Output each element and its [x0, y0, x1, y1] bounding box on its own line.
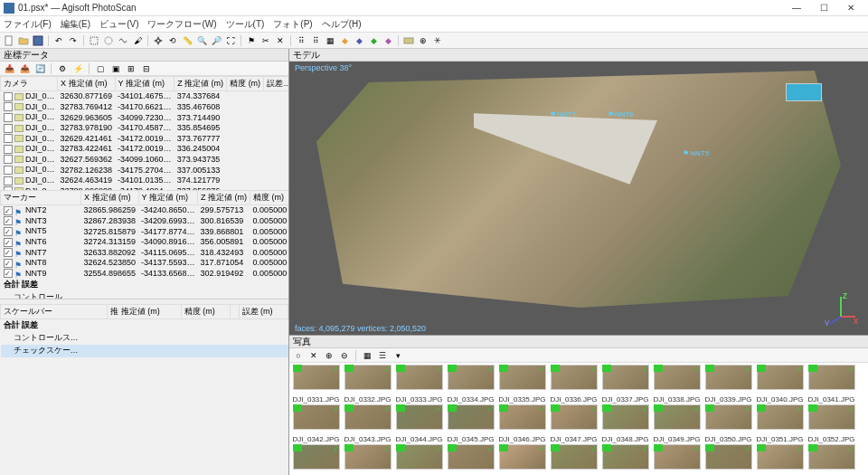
photo-disable-icon[interactable]: ⊖ — [338, 349, 351, 362]
col-header[interactable]: X 推定値 (m) — [58, 77, 116, 91]
photo-enable-icon[interactable]: ⊕ — [323, 349, 335, 362]
view3-icon[interactable]: ⊞ — [125, 62, 137, 75]
tex-icon[interactable]: ◆ — [382, 34, 394, 47]
shade-icon[interactable]: ◆ — [367, 34, 380, 47]
scalebar-table[interactable]: スケールバー推 推定値 (m)精度 (m)誤差 (m)合計 誤差コントロールス…… — [0, 304, 288, 475]
axis-icon[interactable]: ⚹ — [431, 34, 444, 47]
target-icon[interactable]: ⊕ — [417, 34, 429, 47]
export-icon[interactable]: 📤 — [18, 62, 31, 75]
photo-item[interactable]: ✓DJI_0355.JPG — [394, 444, 444, 475]
viewport-marker[interactable]: NNT5 — [683, 149, 709, 157]
photo-item[interactable]: ✓DJI_0360.JPG — [652, 444, 702, 475]
menu-ワークフロー(W)[interactable]: ワークフロー(W) — [147, 18, 216, 31]
photo-item[interactable]: ✓DJI_0359.JPG — [600, 444, 650, 475]
markers-table[interactable]: マーカーX 推定値 (m)Y 推定値 (m)Z 推定値 (m)精度 (m)誤差 … — [0, 190, 288, 299]
photo-item[interactable]: ✓DJI_0347.JPG — [549, 404, 599, 443]
photo-item[interactable]: ✓DJI_0354.JPG — [343, 444, 392, 475]
photo-item[interactable]: ✓DJI_0353.JPG — [291, 444, 341, 475]
delete-icon[interactable]: ✕ — [274, 34, 287, 47]
view2-icon[interactable]: ▣ — [109, 62, 122, 75]
wire-icon[interactable]: ◆ — [353, 34, 365, 47]
col-header[interactable]: 精度 (m) — [227, 77, 264, 91]
marker-icon[interactable]: ⚑ — [245, 34, 258, 47]
col-header[interactable]: Y 推定値 (m) — [115, 77, 175, 91]
viewport-marker[interactable]: NNT6 — [608, 110, 634, 119]
select-circle-icon[interactable] — [102, 34, 115, 47]
marker-row[interactable]: NNT732633.882092-34115.0695…318.4324930.… — [1, 247, 289, 258]
import-icon[interactable]: 📥 — [3, 62, 15, 75]
camera-row[interactable]: DJI_0…32629.963605-34099.7230…373.714490 — [1, 112, 289, 123]
col-header[interactable]: X 推定値 (m) — [81, 191, 139, 205]
photo-item[interactable]: ✓DJI_0342.JPG — [291, 404, 341, 443]
col-header[interactable]: 誤差… 推… — [264, 77, 288, 91]
photo-item[interactable]: ✓DJI_0335.JPG — [497, 365, 547, 404]
fit-icon[interactable]: ⛶ — [224, 34, 237, 47]
camera-row[interactable]: DJI_0…32630.877169-34101.4675…374.337684 — [1, 91, 289, 102]
dots2-icon[interactable]: ⠿ — [309, 34, 322, 47]
col-header[interactable]: スケールバー — [1, 305, 108, 319]
nav-icon[interactable] — [152, 34, 165, 47]
maximize-button[interactable]: ☐ — [810, 0, 837, 16]
photo-item[interactable]: ✓DJI_0361.JPG — [703, 444, 753, 475]
col-header[interactable]: 推 推定値 (m) — [108, 305, 182, 319]
undo-icon[interactable]: ↶ — [52, 34, 65, 47]
new-icon[interactable] — [3, 34, 15, 47]
rotate-icon[interactable]: ⟲ — [166, 34, 179, 47]
zoom-in-icon[interactable]: 🔍 — [195, 34, 208, 47]
paint-icon[interactable]: 🖌 — [131, 34, 144, 47]
photo-item[interactable]: ✓DJI_0349.JPG — [652, 404, 702, 443]
marker-row[interactable]: NNT232865.986259-34240.8650…299.5757130.… — [1, 205, 289, 216]
photo-item[interactable]: ✓DJI_0343.JPG — [343, 404, 392, 443]
solid-icon[interactable]: ◆ — [338, 34, 351, 47]
photo-item[interactable]: ✓DJI_0331.JPG — [291, 365, 341, 404]
col-header[interactable]: Z 推定値 (m) — [198, 191, 250, 205]
photo-item[interactable]: ✓DJI_0358.JPG — [549, 444, 599, 475]
ruler-icon[interactable]: 📏 — [181, 34, 193, 47]
photo-dropdown-icon[interactable]: ▾ — [392, 349, 404, 362]
photo-remove-icon[interactable]: ✕ — [307, 349, 320, 362]
check-row[interactable]: チェックスケー… — [1, 345, 288, 357]
axis-gizmo[interactable]: z x y — [823, 290, 859, 326]
camera-row[interactable]: DJI_0…32782.126238-34175.2704…337.005133 — [1, 165, 289, 176]
col-header[interactable]: Z 推定値 (m) — [175, 77, 227, 91]
select-rect-icon[interactable] — [88, 34, 100, 47]
grid-icon[interactable]: ▦ — [324, 34, 336, 47]
col-header[interactable]: 精度 (m) — [250, 191, 288, 205]
marker-row[interactable]: NNT532725.815879-34177.8774…339.8688010.… — [1, 226, 289, 237]
menu-ビュー(V)[interactable]: ビュー(V) — [99, 18, 138, 31]
photo-item[interactable]: ✓DJI_0344.JPG — [394, 404, 444, 443]
photo-item[interactable]: ✓DJI_0341.JPG — [807, 365, 856, 404]
photo-add-icon[interactable]: ○ — [292, 349, 305, 362]
camera-row[interactable]: DJI_0…32627.569362-34099.1060…373.943735 — [1, 154, 289, 165]
menu-ツール(T)[interactable]: ツール(T) — [226, 18, 265, 31]
col-header[interactable]: 精度 (m) — [181, 305, 230, 319]
dots1-icon[interactable]: ⠿ — [295, 34, 307, 47]
photo-item[interactable]: ✓DJI_0346.JPG — [497, 404, 547, 443]
model-viewport[interactable]: Perspective 38° NNT7NNT6NNT5 faces: 4,09… — [289, 62, 868, 335]
marker-row[interactable]: NNT632724.313159-34090.8916…356.0058910.… — [1, 236, 289, 247]
photo-item[interactable]: ✓DJI_0336.JPG — [549, 365, 599, 404]
photo-item[interactable]: ✓DJI_0333.JPG — [394, 365, 444, 404]
minimize-button[interactable]: — — [783, 0, 810, 16]
menu-ヘルプ(H)[interactable]: ヘルプ(H) — [322, 18, 362, 31]
col-header[interactable]: マーカー — [1, 191, 81, 205]
redo-icon[interactable]: ↷ — [67, 34, 80, 47]
photo-item[interactable]: ✓DJI_0337.JPG — [600, 365, 650, 404]
photo-view-icon[interactable]: ▦ — [361, 349, 373, 362]
viewport-marker[interactable]: NNT7 — [550, 110, 576, 119]
photo-item[interactable]: ✓DJI_0350.JPG — [703, 404, 753, 443]
photo-item[interactable]: ✓DJI_0334.JPG — [446, 365, 495, 404]
photo-item[interactable]: ✓DJI_0356.JPG — [446, 444, 495, 475]
convert-icon[interactable]: 🔄 — [33, 62, 46, 75]
photo-item[interactable]: ✓DJI_0338.JPG — [652, 365, 702, 404]
scissors-icon[interactable]: ✂ — [259, 34, 272, 47]
camera-row[interactable]: DJI_0…32783.422461-34172.0019…336.245004 — [1, 144, 289, 155]
marker-row[interactable]: NNT832624.523850-34137.5593…317.8710540.… — [1, 258, 289, 269]
camera-row[interactable]: DJI_0…32783.769412-34170.6621…335.467608 — [1, 101, 289, 112]
photo-item[interactable]: ✓DJI_0352.JPG — [807, 404, 856, 443]
photo-item[interactable]: ✓DJI_0363.JPG — [807, 444, 856, 475]
col-header[interactable]: 誤差 (m) — [239, 305, 288, 319]
menu-編集(E)[interactable]: 編集(E) — [61, 18, 90, 31]
view4-icon[interactable]: ⊟ — [140, 62, 153, 75]
photo-item[interactable]: ✓DJI_0339.JPG — [703, 365, 753, 404]
